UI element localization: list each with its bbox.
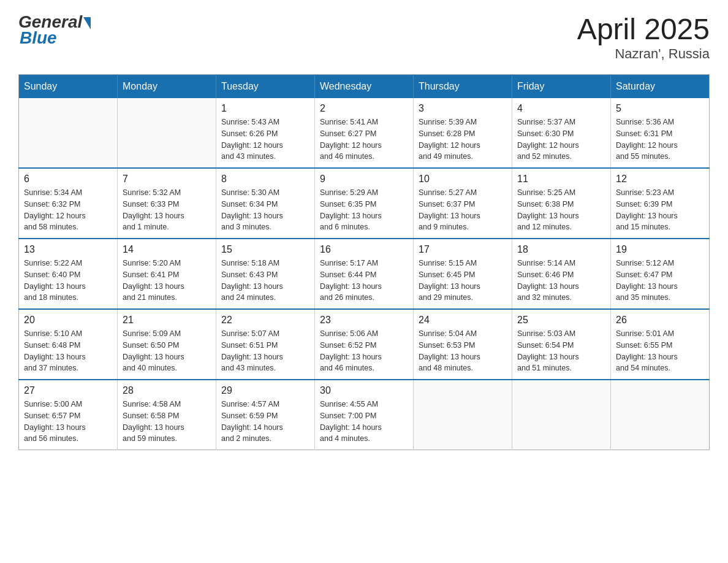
day-number: 5 bbox=[616, 103, 704, 114]
weekday-header-sunday: Sunday bbox=[19, 75, 118, 99]
calendar-cell: 8Sunrise: 5:30 AM Sunset: 6:34 PM Daylig… bbox=[216, 168, 315, 239]
calendar-body: 1Sunrise: 5:43 AM Sunset: 6:26 PM Daylig… bbox=[19, 98, 710, 450]
day-info: Sunrise: 5:03 AM Sunset: 6:54 PM Dayligh… bbox=[517, 328, 605, 374]
title-block: April 2025 Nazran', Russia bbox=[577, 12, 710, 62]
day-number: 22 bbox=[221, 315, 309, 326]
calendar-table: SundayMondayTuesdayWednesdayThursdayFrid… bbox=[18, 74, 710, 450]
day-info: Sunrise: 5:32 AM Sunset: 6:33 PM Dayligh… bbox=[123, 187, 211, 233]
calendar-cell: 16Sunrise: 5:17 AM Sunset: 6:44 PM Dayli… bbox=[315, 239, 414, 309]
day-number: 30 bbox=[320, 385, 408, 396]
logo: General Blue bbox=[18, 12, 91, 48]
day-info: Sunrise: 4:58 AM Sunset: 6:58 PM Dayligh… bbox=[123, 399, 211, 445]
calendar-cell bbox=[118, 98, 216, 168]
day-info: Sunrise: 5:22 AM Sunset: 6:40 PM Dayligh… bbox=[24, 258, 112, 304]
day-number: 14 bbox=[123, 244, 211, 255]
calendar-cell: 10Sunrise: 5:27 AM Sunset: 6:37 PM Dayli… bbox=[414, 168, 512, 239]
day-number: 26 bbox=[616, 315, 704, 326]
calendar-cell: 28Sunrise: 4:58 AM Sunset: 6:58 PM Dayli… bbox=[118, 380, 216, 450]
calendar-cell: 26Sunrise: 5:01 AM Sunset: 6:55 PM Dayli… bbox=[611, 309, 710, 380]
day-number: 25 bbox=[517, 315, 605, 326]
day-info: Sunrise: 5:43 AM Sunset: 6:26 PM Dayligh… bbox=[221, 117, 309, 163]
day-info: Sunrise: 5:04 AM Sunset: 6:53 PM Dayligh… bbox=[419, 328, 507, 374]
calendar-cell: 7Sunrise: 5:32 AM Sunset: 6:33 PM Daylig… bbox=[118, 168, 216, 239]
day-info: Sunrise: 5:15 AM Sunset: 6:45 PM Dayligh… bbox=[419, 258, 507, 304]
calendar-cell: 25Sunrise: 5:03 AM Sunset: 6:54 PM Dayli… bbox=[512, 309, 611, 380]
calendar-header: SundayMondayTuesdayWednesdayThursdayFrid… bbox=[19, 75, 710, 99]
day-info: Sunrise: 5:27 AM Sunset: 6:37 PM Dayligh… bbox=[419, 187, 507, 233]
calendar-cell: 19Sunrise: 5:12 AM Sunset: 6:47 PM Dayli… bbox=[611, 239, 710, 309]
calendar-cell: 14Sunrise: 5:20 AM Sunset: 6:41 PM Dayli… bbox=[118, 239, 216, 309]
calendar-cell: 17Sunrise: 5:15 AM Sunset: 6:45 PM Dayli… bbox=[414, 239, 512, 309]
day-info: Sunrise: 5:25 AM Sunset: 6:38 PM Dayligh… bbox=[517, 187, 605, 233]
calendar-cell: 23Sunrise: 5:06 AM Sunset: 6:52 PM Dayli… bbox=[315, 309, 414, 380]
day-info: Sunrise: 4:57 AM Sunset: 6:59 PM Dayligh… bbox=[221, 399, 309, 445]
day-info: Sunrise: 5:07 AM Sunset: 6:51 PM Dayligh… bbox=[221, 328, 309, 374]
day-info: Sunrise: 5:14 AM Sunset: 6:46 PM Dayligh… bbox=[517, 258, 605, 304]
page-header: General Blue April 2025 Nazran', Russia bbox=[18, 12, 710, 62]
weekday-header-tuesday: Tuesday bbox=[216, 75, 315, 99]
calendar-cell: 21Sunrise: 5:09 AM Sunset: 6:50 PM Dayli… bbox=[118, 309, 216, 380]
calendar-cell: 15Sunrise: 5:18 AM Sunset: 6:43 PM Dayli… bbox=[216, 239, 315, 309]
day-info: Sunrise: 5:36 AM Sunset: 6:31 PM Dayligh… bbox=[616, 117, 704, 163]
day-info: Sunrise: 5:09 AM Sunset: 6:50 PM Dayligh… bbox=[123, 328, 211, 374]
day-info: Sunrise: 5:20 AM Sunset: 6:41 PM Dayligh… bbox=[123, 258, 211, 304]
weekday-header-monday: Monday bbox=[118, 75, 216, 99]
calendar-cell: 2Sunrise: 5:41 AM Sunset: 6:27 PM Daylig… bbox=[315, 98, 414, 168]
week-row-4: 20Sunrise: 5:10 AM Sunset: 6:48 PM Dayli… bbox=[19, 309, 710, 380]
day-number: 21 bbox=[123, 315, 211, 326]
day-number: 29 bbox=[221, 385, 309, 396]
weekday-header-friday: Friday bbox=[512, 75, 611, 99]
calendar-cell: 24Sunrise: 5:04 AM Sunset: 6:53 PM Dayli… bbox=[414, 309, 512, 380]
week-row-5: 27Sunrise: 5:00 AM Sunset: 6:57 PM Dayli… bbox=[19, 380, 710, 450]
day-info: Sunrise: 5:41 AM Sunset: 6:27 PM Dayligh… bbox=[320, 117, 408, 163]
week-row-3: 13Sunrise: 5:22 AM Sunset: 6:40 PM Dayli… bbox=[19, 239, 710, 309]
week-row-2: 6Sunrise: 5:34 AM Sunset: 6:32 PM Daylig… bbox=[19, 168, 710, 239]
calendar-cell: 9Sunrise: 5:29 AM Sunset: 6:35 PM Daylig… bbox=[315, 168, 414, 239]
day-info: Sunrise: 5:18 AM Sunset: 6:43 PM Dayligh… bbox=[221, 258, 309, 304]
weekday-header-thursday: Thursday bbox=[414, 75, 512, 99]
day-number: 9 bbox=[320, 174, 408, 185]
page-subtitle: Nazran', Russia bbox=[577, 46, 710, 62]
day-info: Sunrise: 5:00 AM Sunset: 6:57 PM Dayligh… bbox=[24, 399, 112, 445]
day-number: 18 bbox=[517, 244, 605, 255]
day-info: Sunrise: 5:17 AM Sunset: 6:44 PM Dayligh… bbox=[320, 258, 408, 304]
calendar-cell: 12Sunrise: 5:23 AM Sunset: 6:39 PM Dayli… bbox=[611, 168, 710, 239]
calendar-cell: 3Sunrise: 5:39 AM Sunset: 6:28 PM Daylig… bbox=[414, 98, 512, 168]
calendar-cell: 22Sunrise: 5:07 AM Sunset: 6:51 PM Dayli… bbox=[216, 309, 315, 380]
calendar-cell bbox=[19, 98, 118, 168]
day-number: 12 bbox=[616, 174, 704, 185]
day-number: 23 bbox=[320, 315, 408, 326]
calendar-cell: 11Sunrise: 5:25 AM Sunset: 6:38 PM Dayli… bbox=[512, 168, 611, 239]
day-number: 17 bbox=[419, 244, 507, 255]
day-number: 2 bbox=[320, 103, 408, 114]
page-title: April 2025 bbox=[577, 12, 710, 46]
day-number: 3 bbox=[419, 103, 507, 114]
day-number: 16 bbox=[320, 244, 408, 255]
calendar-cell bbox=[611, 380, 710, 450]
calendar-cell: 27Sunrise: 5:00 AM Sunset: 6:57 PM Dayli… bbox=[19, 380, 118, 450]
day-info: Sunrise: 5:01 AM Sunset: 6:55 PM Dayligh… bbox=[616, 328, 704, 374]
day-number: 10 bbox=[419, 174, 507, 185]
day-number: 13 bbox=[24, 244, 112, 255]
weekday-header-row: SundayMondayTuesdayWednesdayThursdayFrid… bbox=[19, 75, 710, 99]
calendar-cell bbox=[414, 380, 512, 450]
week-row-1: 1Sunrise: 5:43 AM Sunset: 6:26 PM Daylig… bbox=[19, 98, 710, 168]
calendar-cell: 1Sunrise: 5:43 AM Sunset: 6:26 PM Daylig… bbox=[216, 98, 315, 168]
day-number: 28 bbox=[123, 385, 211, 396]
day-number: 7 bbox=[123, 174, 211, 185]
day-number: 11 bbox=[517, 174, 605, 185]
day-number: 27 bbox=[24, 385, 112, 396]
day-number: 4 bbox=[517, 103, 605, 114]
weekday-header-wednesday: Wednesday bbox=[315, 75, 414, 99]
day-info: Sunrise: 5:06 AM Sunset: 6:52 PM Dayligh… bbox=[320, 328, 408, 374]
day-info: Sunrise: 5:39 AM Sunset: 6:28 PM Dayligh… bbox=[419, 117, 507, 163]
day-info: Sunrise: 5:34 AM Sunset: 6:32 PM Dayligh… bbox=[24, 187, 112, 233]
day-info: Sunrise: 5:12 AM Sunset: 6:47 PM Dayligh… bbox=[616, 258, 704, 304]
calendar-cell: 4Sunrise: 5:37 AM Sunset: 6:30 PM Daylig… bbox=[512, 98, 611, 168]
weekday-header-saturday: Saturday bbox=[611, 75, 710, 99]
day-number: 19 bbox=[616, 244, 704, 255]
day-info: Sunrise: 5:10 AM Sunset: 6:48 PM Dayligh… bbox=[24, 328, 112, 374]
calendar-cell bbox=[512, 380, 611, 450]
day-info: Sunrise: 5:30 AM Sunset: 6:34 PM Dayligh… bbox=[221, 187, 309, 233]
calendar-cell: 5Sunrise: 5:36 AM Sunset: 6:31 PM Daylig… bbox=[611, 98, 710, 168]
